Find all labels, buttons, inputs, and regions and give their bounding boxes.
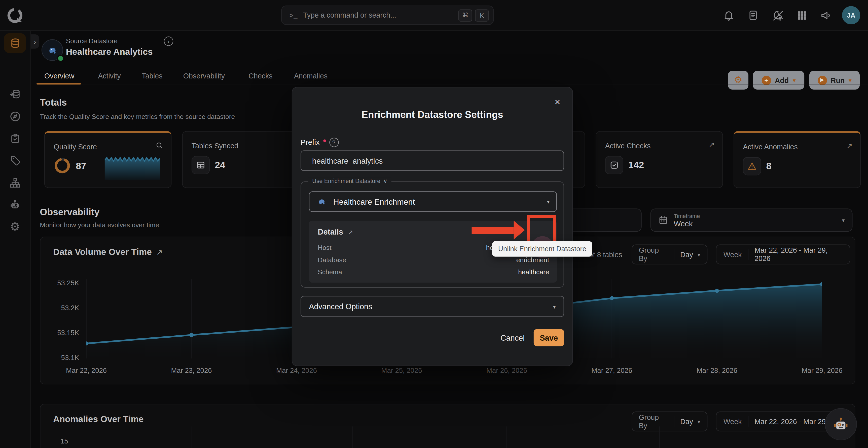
group-by-select[interactable]: Group By Day ▾ — [631, 412, 707, 432]
chevron-down-icon: ▾ — [553, 304, 556, 309]
kpi-card-active-anomalies[interactable]: Active Anomalies ↗ 8 — [734, 131, 861, 188]
prefix-label: Prefix ? — [301, 138, 339, 147]
advanced-options-accordion[interactable]: Advanced Options ▾ — [301, 296, 564, 317]
tab-anomalies[interactable]: Anomalies — [294, 72, 328, 80]
search-icon[interactable] — [156, 142, 163, 149]
x-tick-label: Mar 27, 2026 — [573, 367, 651, 375]
sidebar-item-lineage[interactable] — [4, 172, 26, 192]
kpi-card-active-checks[interactable]: Active Checks ↗ 142 — [596, 131, 723, 188]
divider — [674, 249, 674, 260]
page-title: Healthcare Analytics — [66, 47, 153, 57]
run-button[interactable]: ▶ Run ▾ — [809, 71, 860, 90]
theme-toggle-icon[interactable] — [772, 9, 784, 21]
info-icon[interactable]: i — [164, 36, 173, 46]
chevron-down-icon: ▾ — [698, 418, 700, 424]
kpi-label: Tables Synced — [192, 142, 239, 150]
terminal-prompt-icon: >_ — [289, 11, 298, 19]
divider — [748, 249, 748, 260]
top-bar: >_ Type a command or search... ⌘ K JA — [0, 0, 868, 31]
chevron-down-icon: ▾ — [842, 217, 845, 223]
qualytics-logo-icon — [6, 6, 24, 24]
detail-label: Host — [318, 244, 331, 252]
save-button[interactable]: Save — [534, 329, 564, 346]
external-link-icon[interactable]: ↗ — [846, 142, 852, 150]
gear-icon: ⚙ — [10, 220, 20, 234]
sidebar-item-tags[interactable] — [4, 150, 26, 170]
annotation-highlight-rect — [527, 215, 556, 244]
chevron-down-icon: ▾ — [793, 77, 796, 84]
details-title: Details↗ — [318, 227, 353, 236]
x-tick-label: Mar 28, 2026 — [678, 367, 756, 375]
sidebar-item-enrichment-datastores[interactable] — [4, 84, 26, 104]
x-tick-label: Mar 25, 2026 — [363, 367, 440, 375]
plus-circle-icon: + — [762, 75, 771, 85]
group-by-label: Group By — [639, 246, 668, 263]
user-avatar[interactable]: JA — [842, 6, 861, 24]
tab-overview[interactable]: Overview — [44, 72, 74, 80]
timeframe-value: Week — [674, 219, 832, 228]
totals-subtitle: Track the Quality Score and key metrics … — [40, 113, 235, 121]
group-by-select[interactable]: Group By Day ▾ — [631, 244, 707, 264]
search-placeholder: Type a command or search... — [303, 11, 456, 20]
prefix-input[interactable]: _healthcare_analytics — [301, 150, 564, 171]
datastore-settings-button[interactable]: ⚙ — [728, 71, 748, 90]
required-dot-icon — [323, 139, 326, 142]
external-link-icon[interactable]: ↗ — [709, 141, 715, 149]
tab-activity[interactable]: Activity — [98, 72, 121, 80]
sidebar-item-settings[interactable]: ⚙ — [4, 217, 26, 237]
tab-tables[interactable]: Tables — [142, 72, 163, 80]
annotation-arrow-head — [514, 221, 525, 240]
timeframe-select[interactable]: Timeframe Week ▾ — [651, 208, 852, 232]
sidebar-item-checks[interactable] — [4, 128, 26, 148]
add-button-label: Add — [775, 76, 789, 84]
quality-score-sparkline — [105, 155, 160, 180]
sidebar-item-assistant[interactable] — [4, 195, 26, 214]
range-mode: Week — [723, 417, 742, 426]
tab-checks[interactable]: Checks — [248, 72, 272, 80]
close-icon[interactable]: × — [555, 97, 560, 107]
sidebar-expand-button[interactable]: › — [30, 34, 39, 48]
chevron-down-icon: ▾ — [547, 199, 550, 205]
help-icon[interactable]: ? — [329, 138, 338, 147]
app-root: >_ Type a command or search... ⌘ K JA ⚙ … — [0, 0, 868, 448]
detail-label: Database — [318, 256, 346, 264]
calendar-icon — [658, 215, 669, 225]
kpi-card-tables-synced[interactable]: Tables Synced 24 — [182, 131, 309, 188]
sidebar-item-explore[interactable] — [4, 106, 26, 126]
range-mode: Week — [723, 250, 742, 259]
annotation-arrow — [472, 227, 514, 234]
y-tick-label: 53.25K — [44, 279, 79, 287]
chevron-down-icon: ▾ — [848, 77, 851, 84]
notifications-bell-icon[interactable] — [723, 9, 735, 21]
add-button[interactable]: + Add ▾ — [753, 71, 805, 90]
detail-value-schema: healthcare — [518, 268, 549, 276]
external-link-icon[interactable]: ↗ — [348, 229, 353, 236]
kpi-value: 8 — [766, 161, 771, 172]
modal-title: Enrichment Datastore Settings — [292, 109, 572, 120]
x-tick-label: Mar 26, 2026 — [468, 367, 546, 375]
gridline — [659, 426, 660, 448]
kpi-card-quality-score[interactable]: Quality Score 87 — [44, 131, 172, 188]
command-search-input[interactable]: >_ Type a command or search... ⌘ K — [281, 5, 494, 25]
kpi-label: Active Anomalies — [743, 143, 798, 151]
chevron-down-icon: ▾ — [698, 251, 700, 257]
y-tick-label: 15 — [52, 438, 68, 445]
detail-label: Schema — [318, 268, 342, 276]
enrichment-datastore-select[interactable]: Healthcare Enrichment ▾ — [309, 191, 557, 212]
apps-grid-icon[interactable] — [797, 10, 808, 21]
release-notes-icon[interactable] — [747, 9, 759, 21]
postgresql-icon — [45, 43, 59, 57]
external-link-icon[interactable]: ↗ — [156, 248, 163, 257]
unlink-tooltip: Unlink Enrichment Datastore — [492, 241, 592, 257]
y-tick-label: 53.15K — [44, 329, 79, 337]
tab-observability[interactable]: Observability — [183, 72, 225, 80]
announcements-megaphone-icon[interactable] — [820, 9, 833, 21]
table-icon — [192, 156, 210, 174]
cancel-button[interactable]: Cancel — [496, 329, 529, 346]
fieldset-legend[interactable]: Use Enrichment Datastore ∨ — [308, 177, 391, 184]
assistant-bot-button[interactable] — [825, 408, 857, 441]
tables-note: of 8 tables — [589, 251, 622, 259]
date-range-picker[interactable]: Week Mar 22, 2026 - Mar 29, 2026 — [716, 244, 850, 264]
sidebar-item-datastores[interactable] — [4, 33, 26, 53]
command-key-badge: ⌘ — [458, 9, 472, 21]
